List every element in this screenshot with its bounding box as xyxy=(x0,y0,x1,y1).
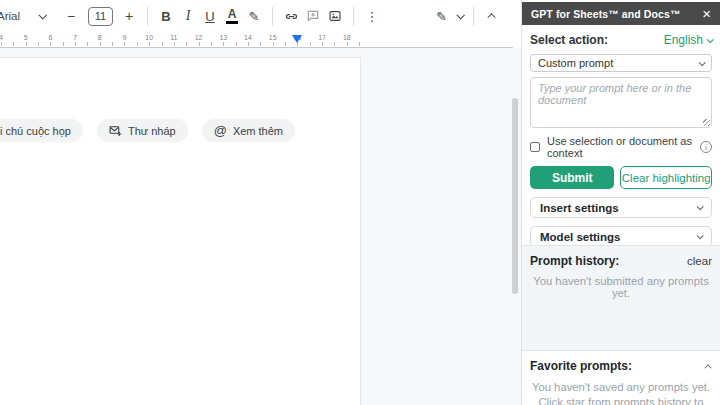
clear-highlighting-button[interactable]: Clear highlighting xyxy=(620,166,712,189)
action-dropdown[interactable]: Custom prompt xyxy=(530,54,712,72)
resize-handle[interactable] xyxy=(703,119,710,126)
select-action-label: Select action: xyxy=(530,33,608,47)
action-dropdown-value: Custom prompt xyxy=(538,57,613,69)
toolbar-divider xyxy=(147,7,148,26)
prompt-history-empty-message: You haven't submitted any prompts yet. xyxy=(530,275,712,299)
chevron-down-icon xyxy=(456,11,464,19)
ruler-number: 7 xyxy=(73,34,77,41)
action-buttons-row: Submit Clear highlighting xyxy=(530,166,712,189)
smart-chip-row: i chú cuộc họp Thư nháp @ Xem thêm xyxy=(0,119,295,142)
document-page[interactable]: i chú cuộc họp Thư nháp @ Xem thêm xyxy=(0,57,361,405)
toolbar-overflow-button[interactable]: ⋮ xyxy=(362,4,382,28)
language-selector[interactable]: English xyxy=(664,33,712,47)
prompt-history-title: Prompt history: xyxy=(530,254,619,268)
info-icon[interactable]: i xyxy=(700,141,712,153)
toolbar-divider xyxy=(353,7,354,26)
insert-settings-label: Insert settings xyxy=(540,202,619,214)
envelope-plus-icon xyxy=(109,125,122,137)
chip-label: Xem thêm xyxy=(233,125,283,137)
ruler-number: 14 xyxy=(244,34,252,41)
insert-image-button[interactable] xyxy=(325,4,345,28)
prompt-history-section: Prompt history: clear You haven't submit… xyxy=(522,245,720,350)
bold-button[interactable]: B xyxy=(156,4,176,28)
highlighter-icon: ✎ xyxy=(249,9,260,24)
underline-button[interactable]: U xyxy=(200,4,220,28)
chevron-down-icon xyxy=(707,36,714,43)
context-checkbox-label: Use selection or document as context xyxy=(547,135,700,159)
toolbar-divider xyxy=(473,7,474,26)
decrease-font-size-button[interactable]: − xyxy=(61,4,81,28)
text-color-button[interactable]: A xyxy=(222,4,242,28)
favorite-prompts-title: Favorite prompts: xyxy=(530,359,632,373)
docs-area: Arial − 11 + B I U A ✎ xyxy=(0,0,521,405)
chevron-down-icon xyxy=(699,59,706,66)
font-family-select[interactable]: Arial xyxy=(0,10,29,22)
chevron-down-icon xyxy=(38,11,46,19)
italic-button[interactable]: I xyxy=(178,4,198,28)
sidebar-title: GPT for Sheets™ and Docs™ xyxy=(531,8,702,20)
chip-meeting-notes[interactable]: i chú cuộc họp xyxy=(0,119,83,142)
chevron-down-icon xyxy=(697,232,704,239)
chevron-up-icon xyxy=(487,13,495,21)
gpt-sidebar: GPT for Sheets™ and Docs™ × Select actio… xyxy=(521,0,720,405)
ruler-number: 5 xyxy=(24,34,28,41)
ruler-number: 18 xyxy=(343,34,351,41)
highlight-color-button[interactable]: ✎ xyxy=(244,4,264,28)
chip-email-draft[interactable]: Thư nháp xyxy=(97,119,188,142)
font-size-input[interactable]: 11 xyxy=(88,7,113,26)
add-comment-button[interactable] xyxy=(303,4,323,28)
ruler-number: 12 xyxy=(195,34,203,41)
ruler-number: 13 xyxy=(219,34,227,41)
ruler-number: 15 xyxy=(269,34,277,41)
mode-caret xyxy=(454,13,466,19)
chip-label: i chú cuộc họp xyxy=(0,125,71,137)
submit-button[interactable]: Submit xyxy=(530,166,614,189)
model-settings-toggle[interactable]: Model settings xyxy=(530,226,712,247)
editing-mode-button[interactable]: ✎ xyxy=(436,9,466,24)
sidebar-header: GPT for Sheets™ and Docs™ × xyxy=(522,2,720,25)
favorite-prompts-empty-message: You haven't saved any prompts yet. Click… xyxy=(530,380,712,405)
comment-add-icon xyxy=(306,9,320,23)
ruler-number: 10 xyxy=(145,34,153,41)
toolbar-divider xyxy=(272,7,273,26)
context-row: Use selection or document as context i xyxy=(530,135,712,159)
ruler[interactable]: 4 5 6 7 8 9 10 11 12 13 14 15 16 17 18 xyxy=(0,32,513,48)
ruler-ticks xyxy=(1,42,363,46)
ruler-number: 9 xyxy=(123,34,127,41)
favorites-empty-line2: Click star from prompts history to save. xyxy=(530,395,712,405)
link-icon xyxy=(284,9,299,24)
ruler-number: 17 xyxy=(318,34,326,41)
hide-menus-button[interactable] xyxy=(481,4,505,28)
model-settings-label: Model settings xyxy=(540,231,621,243)
favorite-prompts-section: Favorite prompts: You haven't saved any … xyxy=(522,350,720,405)
ruler-number: 8 xyxy=(98,34,102,41)
language-label: English xyxy=(664,33,703,47)
context-checkbox[interactable] xyxy=(530,142,540,152)
ruler-number: 11 xyxy=(170,34,177,41)
insert-link-button[interactable] xyxy=(281,4,301,28)
indent-marker[interactable] xyxy=(292,35,302,43)
docs-toolbar: Arial − 11 + B I U A ✎ xyxy=(0,0,521,32)
pencil-icon: ✎ xyxy=(436,9,447,24)
favorites-empty-line1: You haven't saved any prompts yet. xyxy=(530,380,712,395)
ruler-number: 4 xyxy=(0,34,3,41)
sidebar-content: Select action: English Custom prompt Use… xyxy=(522,25,720,245)
screen: Arial − 11 + B I U A ✎ xyxy=(0,0,720,405)
chevron-down-icon xyxy=(697,203,704,210)
font-family-caret[interactable] xyxy=(36,13,48,19)
ruler-number: 6 xyxy=(48,34,52,41)
chip-label: Thư nháp xyxy=(128,125,176,137)
at-icon: @ xyxy=(214,123,227,138)
prompt-input[interactable] xyxy=(530,77,712,128)
document-canvas: i chú cuộc họp Thư nháp @ Xem thêm xyxy=(0,48,521,405)
increase-font-size-button[interactable]: + xyxy=(119,4,139,28)
prompt-box xyxy=(530,77,712,128)
insert-settings-toggle[interactable]: Insert settings xyxy=(530,197,712,218)
image-icon xyxy=(328,9,342,23)
chevron-up-icon[interactable] xyxy=(705,364,712,371)
clear-history-link[interactable]: clear xyxy=(687,255,712,267)
text-color-icon: A xyxy=(226,8,238,24)
close-icon[interactable]: × xyxy=(702,6,711,21)
document-scrollbar[interactable] xyxy=(512,98,518,294)
chip-see-more[interactable]: @ Xem thêm xyxy=(202,119,295,142)
